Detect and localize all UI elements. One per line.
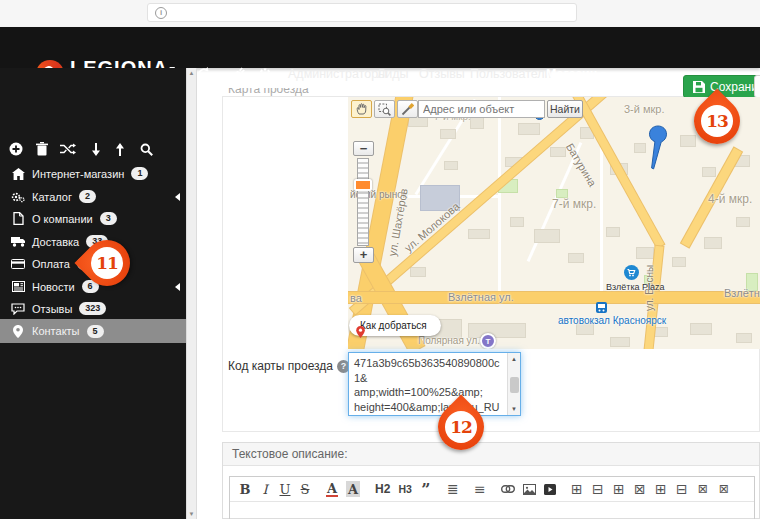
nav-store-menu[interactable]: Магазин▾	[546, 67, 606, 81]
bold-icon[interactable]: B	[239, 481, 251, 497]
gears-icon[interactable]	[255, 65, 277, 83]
collapse-arrow-icon[interactable]	[175, 283, 180, 291]
insert-table-icon[interactable]: ⊞	[571, 481, 583, 497]
sidebar-item-label: Оплата	[32, 258, 70, 270]
scroll-down-icon[interactable]: ▼	[508, 406, 520, 412]
split-cells-icon[interactable]: ⊟	[676, 481, 688, 497]
scroll-up-icon[interactable]: ▲	[187, 70, 196, 76]
heading2-icon[interactable]: H2	[375, 481, 390, 497]
text-color-icon[interactable]: A	[326, 481, 338, 497]
newspaper-icon	[9, 281, 27, 292]
comment-icon	[9, 303, 27, 315]
street-label: Взлётная ул.	[724, 287, 760, 299]
zoom-select-icon[interactable]	[374, 100, 395, 118]
partial-button[interactable]	[754, 75, 760, 98]
underline-icon[interactable]: U	[279, 481, 291, 497]
highlight-color-icon[interactable]: A	[346, 481, 360, 497]
strikethrough-icon[interactable]: S	[299, 481, 311, 497]
blockquote-icon[interactable]: ”	[420, 481, 432, 497]
topbar: × LEGIONA MODX EVOLUTION Администраторы …	[0, 27, 760, 68]
count-badge: 3	[100, 212, 117, 225]
sidebar-item-label: О компании	[32, 213, 93, 225]
screen: i × LEGIONA MODX EVOLUTION Администратор…	[0, 0, 760, 519]
arrow-down-icon[interactable]	[86, 140, 106, 158]
video-icon[interactable]	[544, 481, 556, 497]
trash-icon[interactable]	[32, 140, 52, 158]
truck-icon	[9, 236, 27, 247]
sidebar-item-label: Интернет-магазин	[32, 168, 124, 180]
sidebar-item-contacts[interactable]: Контакты 5	[0, 319, 186, 343]
sidebar-item-label: Контакты	[32, 325, 80, 337]
nav-users[interactable]: Пользователи	[470, 67, 552, 81]
zoom-slider[interactable]	[357, 158, 369, 246]
district-label: 7-й мкр.	[552, 197, 596, 211]
scroll-up-icon[interactable]: ▲	[508, 356, 520, 362]
nav-leads[interactable]: Лиды	[377, 67, 408, 81]
add-row-icon[interactable]: ⊟	[592, 481, 604, 497]
credit-card-icon	[9, 259, 27, 269]
count-badge: 5	[87, 325, 104, 338]
add-column-icon[interactable]: ⊞	[613, 481, 625, 497]
italic-icon[interactable]: I	[259, 481, 271, 497]
address-bar[interactable]: i	[147, 3, 577, 22]
chevron-down-icon: ▾	[601, 69, 606, 79]
district-label: 3-й мкр.	[624, 103, 665, 115]
plug-icon[interactable]	[226, 65, 248, 83]
sidebar-item-label: Отзывы	[32, 303, 72, 315]
map-search-input[interactable]	[418, 100, 545, 118]
scroll-down-icon[interactable]: ▼	[187, 511, 196, 517]
sidebar-item-shop[interactable]: Интернет-магазин 1	[0, 162, 186, 185]
sidebar-item-label: Новости	[32, 281, 75, 293]
sidebar-item-about[interactable]: О компании 3	[0, 207, 186, 230]
delete-table-icon[interactable]: ⊠	[718, 481, 730, 497]
merge-cells-icon[interactable]: ⊞	[655, 481, 667, 497]
transit-icon[interactable]: Т	[480, 333, 496, 349]
arrow-up-icon[interactable]	[110, 140, 130, 158]
poi-label[interactable]: Взлётка Plaza	[606, 282, 665, 292]
nav-administrators[interactable]: Администраторы	[288, 67, 387, 81]
map-code-textarea[interactable]: 471a3b9c65b363540890800c1& amp;width=100…	[349, 353, 520, 415]
delete-column-icon[interactable]: ⊠	[697, 481, 709, 497]
ruler-icon[interactable]	[397, 100, 418, 118]
link-icon[interactable]	[501, 481, 515, 497]
sidebar-item-label: Каталог	[32, 191, 72, 203]
sidebar-item-label: Доставка	[32, 236, 79, 248]
route-button[interactable]: Как добраться	[349, 315, 441, 336]
textarea-scrollbar[interactable]: ▲ ▼	[507, 353, 520, 415]
align-icon[interactable]: ≡	[474, 481, 486, 497]
info-icon[interactable]: i	[155, 7, 167, 19]
map-code-field[interactable]: 471a3b9c65b363540890800c1& amp;width=100…	[348, 352, 521, 416]
list-icon[interactable]: ≣	[447, 481, 459, 497]
clipped-field-label: Карта проезда	[228, 88, 348, 96]
heading3-icon[interactable]: H3	[398, 481, 411, 497]
map-marker-icon	[9, 325, 27, 338]
nav-reviews[interactable]: Отзывы	[419, 67, 465, 81]
zoom-slider-handle[interactable]	[354, 179, 372, 191]
delete-row-icon[interactable]: ⊠	[634, 481, 646, 497]
search-icon[interactable]	[136, 140, 156, 158]
zoom-in-button[interactable]: +	[353, 247, 374, 263]
count-badge: 1	[131, 167, 148, 180]
count-badge: 2	[79, 190, 96, 203]
description-title: Текстовое описание:	[223, 443, 759, 466]
rich-text-editor[interactable]: B I U S A A H2 H3 ” ≣ ≡	[229, 476, 755, 519]
pan-hand-icon[interactable]	[351, 100, 372, 118]
add-circle-icon[interactable]	[6, 140, 26, 158]
zoom-out-button[interactable]: −	[353, 141, 374, 156]
map-code-label: Код карты проезда ? :	[228, 359, 357, 373]
file-icon	[9, 212, 27, 225]
sidebar-item-reviews[interactable]: Отзывы 323	[0, 297, 186, 320]
browser-bar: i	[0, 0, 760, 27]
scrollbar-thumb[interactable]	[510, 377, 519, 393]
sidebar-item-catalog[interactable]: Каталог 2	[0, 185, 186, 208]
road-vzletnaya	[348, 292, 760, 303]
collapse-arrow-icon[interactable]	[175, 193, 180, 201]
poi-label[interactable]: автовокзал Красноярск	[558, 315, 666, 326]
count-badge: 323	[79, 302, 106, 315]
shuffle-icon[interactable]	[58, 140, 78, 158]
sidebar: Интернет-магазин 1 Каталог 2 О компании …	[0, 68, 186, 519]
content-scrollbar[interactable]: ▲ ▼	[186, 68, 197, 519]
gears-icon	[9, 191, 27, 203]
map-find-button[interactable]: Найти	[547, 100, 583, 118]
image-icon[interactable]	[523, 481, 536, 497]
